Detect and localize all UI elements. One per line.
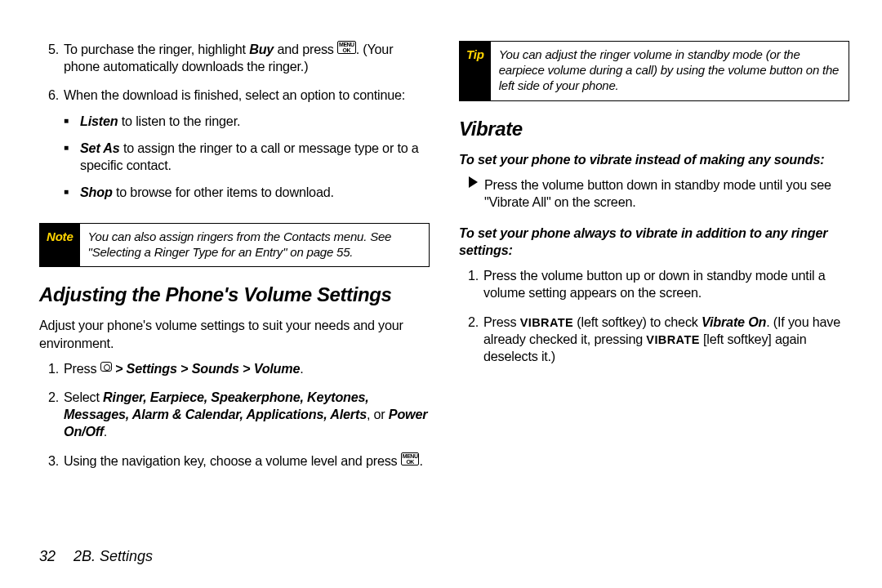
square-bullet-icon: ■ [64,113,80,130]
step-1: 1. Press the volume button up or down in… [459,267,849,301]
square-bullet-icon: ■ [64,184,80,201]
step-number: 1. [459,267,479,301]
step-body: When the download is finished, select an… [64,87,430,211]
download-steps-continued: 5. To purchase the ringer, highlight Buy… [39,41,430,212]
vibrate-steps: 1. Press the volume button up or down in… [459,267,849,365]
page-footer: 32 2B. Settings [39,548,153,565]
step-number: 2. [459,314,479,366]
step-body: Press the volume button up or down in st… [483,267,849,301]
tip-tag: Tip [460,42,491,100]
step-2: 2. Press VIBRATE (left softkey) to check… [459,314,849,366]
section-label: 2B. Settings [74,548,153,565]
step-body: Using the navigation key, choose a volum… [64,452,430,470]
option-list: ■Listen to listen to the ringer. ■Set As… [64,113,430,202]
note-text: You can also assign ringers from the Con… [80,224,429,266]
note-tag: Note [40,224,80,266]
left-column: 5. To purchase the ringer, highlight Buy… [39,41,430,481]
right-column: Tip You can adjust the ringer volume in … [459,41,849,481]
step-body: Press VIBRATE (left softkey) to check Vi… [483,314,849,366]
list-item: ■Listen to listen to the ringer. [64,113,430,130]
step-1: 1. Press > Settings > Sounds > Volume. [39,360,430,377]
step-2: 2. Select Ringer, Earpiece, Speakerphone… [39,389,430,441]
step-body: Press > Settings > Sounds > Volume. [64,360,430,377]
menu-ok-key-icon: MENUOK [337,41,356,54]
tip-text: You can adjust the ringer volume in stan… [491,42,849,100]
lead-in-1: To set your phone to vibrate instead of … [459,151,849,168]
step-body: Select Ringer, Earpiece, Speakerphone, K… [64,389,430,441]
nav-key-icon [100,362,112,372]
step-number: 6. [39,87,59,211]
list-item: ■Set As to assign the ringer to a call o… [64,140,430,174]
step-3: 3. Using the navigation key, choose a vo… [39,452,430,470]
manual-page: 5. To purchase the ringer, highlight Buy… [0,0,882,588]
page-number: 32 [39,548,56,565]
section-heading-volume: Adjusting the Phone's Volume Settings [39,282,430,307]
step-number: 3. [39,452,59,470]
menu-ok-key-icon: MENUOK [401,452,420,466]
intro-paragraph: Adjust your phone's volume settings to s… [39,317,430,351]
lead-in-2: To set your phone always to vibrate in a… [459,225,849,259]
section-heading-vibrate: Vibrate [459,116,849,141]
step-number: 1. [39,360,59,377]
step-number: 2. [39,389,59,441]
volume-steps: 1. Press > Settings > Sounds > Volume. 2… [39,360,430,470]
square-bullet-icon: ■ [64,140,80,174]
step-number: 5. [39,41,59,75]
two-column-layout: 5. To purchase the ringer, highlight Buy… [39,41,849,481]
step-body: To purchase the ringer, highlight Buy an… [64,41,430,75]
step-6: 6. When the download is finished, select… [39,87,430,211]
arrow-bullet: Press the volume button down in standby … [469,176,849,211]
list-item: ■Shop to browse for other items to downl… [64,184,430,201]
bullet-text: Press the volume button down in standby … [484,176,849,211]
note-callout: Note You can also assign ringers from th… [39,223,430,267]
step-5: 5. To purchase the ringer, highlight Buy… [39,41,430,75]
tip-callout: Tip You can adjust the ringer volume in … [459,41,849,101]
arrow-icon [469,176,478,188]
